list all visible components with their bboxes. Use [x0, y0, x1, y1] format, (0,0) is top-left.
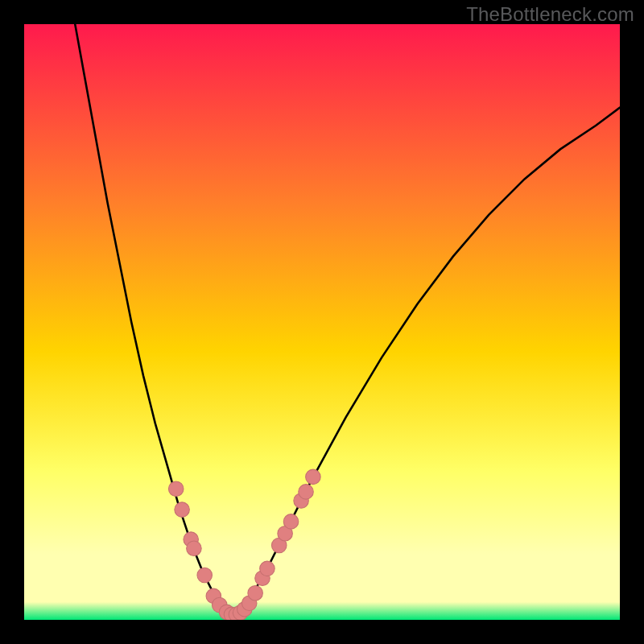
data-marker	[168, 481, 184, 497]
data-marker	[175, 502, 190, 518]
data-marker	[283, 514, 299, 530]
bottleneck-curve	[24, 24, 620, 620]
watermark-text: TheBottleneck.com	[466, 3, 634, 26]
data-marker	[187, 541, 202, 556]
data-markers	[168, 469, 320, 620]
data-marker	[306, 469, 321, 485]
curve-left-branch	[72, 24, 233, 615]
plot-area	[24, 24, 620, 620]
data-marker	[197, 568, 213, 583]
outer-frame: TheBottleneck.com	[0, 0, 644, 644]
data-marker	[299, 485, 314, 500]
data-marker	[248, 585, 263, 601]
data-marker	[260, 561, 275, 576]
